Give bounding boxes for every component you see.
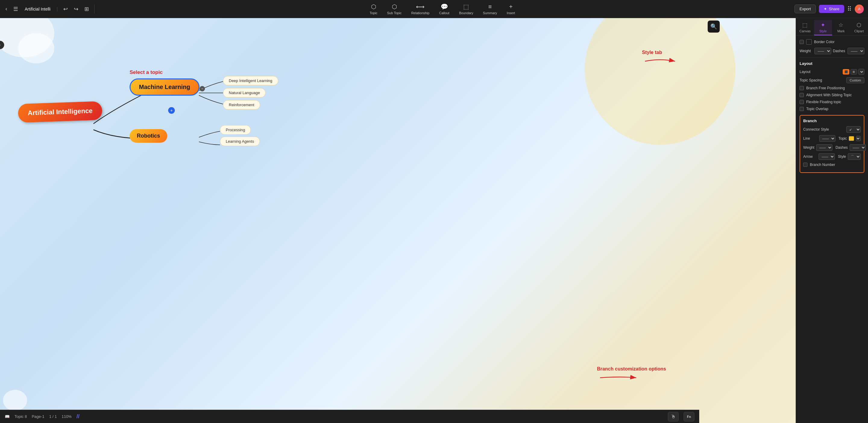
menu-button[interactable]: ☰ bbox=[11, 4, 20, 13]
app-title: Artificial Intelli bbox=[22, 7, 53, 11]
select-topic-label: Select a topic bbox=[130, 69, 163, 76]
learning-agents-node[interactable]: Learning Agents bbox=[220, 137, 260, 146]
processing-node[interactable]: Processing bbox=[220, 125, 251, 135]
toolbar: ‹ ☰ Artificial Intelli | ↩ ↪ ⊞ ⬡ Topic ⬡… bbox=[0, 0, 434, 18]
canvas-area[interactable]: 🔍 › Artificial Intelligence Sel bbox=[0, 18, 434, 212]
redo-button[interactable]: ↪ bbox=[72, 4, 80, 13]
add-node-button[interactable]: + bbox=[168, 107, 175, 114]
tool-topic[interactable]: ⬡ Topic bbox=[370, 3, 378, 15]
back-button[interactable]: ‹ bbox=[4, 4, 9, 13]
subtopic-icon: ⬡ bbox=[392, 3, 397, 10]
ai-topic-node[interactable]: Artificial Intelligence bbox=[18, 101, 102, 123]
cloud-decoration-2 bbox=[18, 33, 54, 63]
toolbar-left: ‹ ☰ Artificial Intelli | ↩ ↪ ⊞ bbox=[0, 4, 95, 13]
main-area: 🔍 › Artificial Intelligence Sel bbox=[0, 18, 434, 212]
tool-subtopic[interactable]: ⬡ Sub Topic bbox=[387, 3, 401, 15]
format-button[interactable]: ⊞ bbox=[83, 4, 91, 13]
ml-topic-node[interactable]: Machine Learning bbox=[130, 79, 199, 96]
topic-icon: ⬡ bbox=[371, 3, 376, 10]
natural-language-node[interactable]: Natural Language bbox=[223, 88, 266, 97]
robotics-topic-node[interactable]: Robotics bbox=[130, 129, 167, 143]
ml-collapse-button[interactable]: − bbox=[199, 86, 205, 91]
toolbar-tools: ⬡ Topic ⬡ Sub Topic ⟷ Relationship 💬 Cal… bbox=[95, 3, 434, 15]
tool-relationship[interactable]: ⟷ Relationship bbox=[411, 3, 430, 15]
reinforcement-node[interactable]: Reinforcement bbox=[223, 100, 260, 110]
relationship-icon: ⟷ bbox=[416, 3, 425, 10]
deep-learning-node[interactable]: Deep Intelligent Learning bbox=[223, 76, 278, 85]
undo-button[interactable]: ↩ bbox=[61, 4, 70, 13]
